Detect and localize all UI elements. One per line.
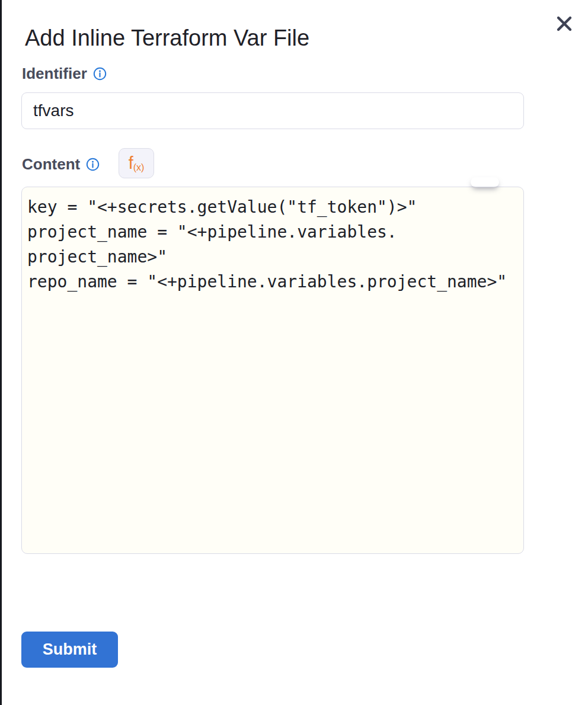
content-textarea[interactable]: key = "<+secrets.getValue("tf_token")>" … [21, 187, 524, 554]
fx-icon-subscript: (x) [133, 163, 145, 172]
expression-fx-button[interactable]: f (x) [119, 148, 154, 178]
close-button[interactable] [548, 7, 581, 40]
close-icon [555, 15, 573, 33]
info-icon[interactable] [93, 67, 107, 81]
scroll-shadow [471, 177, 499, 187]
identifier-label: Identifier [22, 65, 87, 83]
panel-left-border [0, 0, 2, 705]
content-label: Content [22, 155, 80, 174]
add-terraform-var-file-dialog: Add Inline Terraform Var File Identifier… [0, 0, 588, 705]
fx-icon: f [129, 155, 133, 172]
identifier-input[interactable] [21, 92, 524, 129]
content-label-row: Content [22, 155, 100, 174]
submit-button[interactable]: Submit [21, 632, 118, 668]
info-icon[interactable] [86, 158, 100, 171]
dialog-title: Add Inline Terraform Var File [25, 25, 309, 51]
identifier-label-row: Identifier [22, 65, 107, 83]
